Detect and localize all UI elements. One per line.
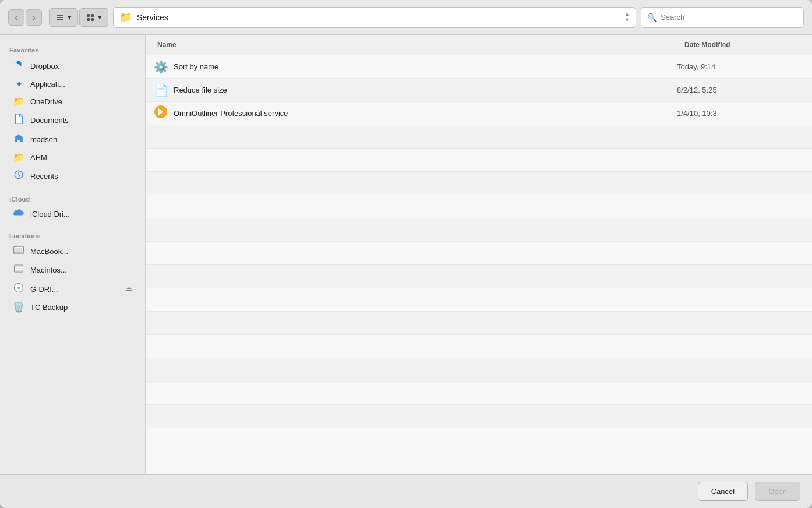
sort-by-name-date: Today, 9:14 bbox=[677, 62, 805, 71]
grid-view-chevron: ▾ bbox=[98, 13, 102, 22]
file-row-reduce-file-size[interactable]: 📄 Reduce file size 8/2/12, 5:25 bbox=[146, 79, 812, 102]
grid-view-icon bbox=[86, 13, 95, 22]
file-list-header: Name Date Modified bbox=[146, 35, 812, 55]
file-row-empty-4 bbox=[146, 195, 812, 218]
file-row-empty-9 bbox=[146, 312, 812, 335]
svg-point-18 bbox=[17, 287, 20, 290]
svg-rect-11 bbox=[17, 253, 21, 253]
file-row-sort-by-name[interactable]: ⚙️ Sort by name Today, 9:14 bbox=[146, 55, 812, 79]
path-label: Services bbox=[137, 13, 620, 22]
sidebar-item-madsen-label: madsen bbox=[30, 135, 57, 144]
sidebar-item-recents-label: Recents bbox=[30, 172, 58, 181]
favorites-header: Favorites bbox=[0, 42, 145, 56]
list-view-button[interactable]: ▾ bbox=[49, 8, 78, 27]
svg-rect-1 bbox=[57, 17, 63, 18]
documents-icon bbox=[13, 114, 24, 126]
home-icon bbox=[13, 133, 24, 146]
file-row-omnioutliner[interactable]: OmniOutliner Professional.service 1/4/10… bbox=[146, 102, 812, 125]
applications-icon: ✦ bbox=[13, 79, 24, 90]
svg-rect-2 bbox=[57, 19, 63, 20]
sidebar-item-dropbox[interactable]: Dropbox bbox=[3, 57, 142, 75]
file-row-name: OmniOutliner Professional.service bbox=[153, 105, 677, 122]
nav-buttons: ‹ › bbox=[8, 9, 42, 26]
sidebar-item-tc-backup-label: TC Backup bbox=[30, 303, 68, 312]
svg-point-20 bbox=[159, 110, 163, 114]
svg-rect-0 bbox=[57, 15, 63, 16]
sort-by-name-label: Sort by name bbox=[174, 62, 218, 71]
file-row-empty-2 bbox=[146, 149, 812, 172]
macintosh-icon bbox=[13, 263, 24, 276]
reduce-file-size-icon: 📄 bbox=[153, 83, 169, 97]
grid-view-button[interactable]: ▾ bbox=[79, 8, 108, 27]
sidebar-item-documents[interactable]: Documents bbox=[3, 111, 142, 129]
sidebar-item-icloud-drive[interactable]: iCloud Dri... bbox=[3, 206, 142, 222]
file-row-empty-1 bbox=[146, 125, 812, 149]
search-input[interactable] bbox=[661, 13, 797, 22]
sidebar-item-ahm[interactable]: 📁 AHM bbox=[3, 149, 142, 166]
search-bar: 🔍 bbox=[641, 7, 804, 28]
icloud-icon bbox=[13, 209, 24, 219]
dropbox-icon bbox=[13, 59, 24, 72]
ahm-folder-icon: 📁 bbox=[13, 152, 24, 163]
sidebar-item-macbook[interactable]: MacBook... bbox=[3, 242, 142, 260]
col-date-header: Date Modified bbox=[677, 35, 805, 55]
list-view-chevron: ▾ bbox=[68, 13, 72, 22]
svg-rect-5 bbox=[87, 18, 90, 21]
sidebar-item-onedrive-label: OneDrive bbox=[30, 97, 62, 106]
macbook-icon bbox=[13, 245, 24, 257]
reduce-file-size-label: Reduce file size bbox=[174, 86, 227, 94]
file-row-empty-6 bbox=[146, 242, 812, 265]
file-row-empty-3 bbox=[146, 172, 812, 195]
sort-by-name-icon: ⚙️ bbox=[153, 60, 169, 74]
sidebar-item-macbook-label: MacBook... bbox=[30, 247, 68, 256]
omnioutliner-date: 1/4/10, 10:3 bbox=[677, 109, 805, 118]
file-row-name: 📄 Reduce file size bbox=[153, 83, 677, 97]
cancel-button[interactable]: Cancel bbox=[698, 482, 748, 501]
svg-rect-6 bbox=[91, 18, 94, 21]
svg-rect-3 bbox=[87, 14, 90, 17]
omnioutliner-label: OmniOutliner Professional.service bbox=[174, 109, 288, 118]
path-arrows: ▲ ▼ bbox=[624, 12, 630, 23]
sidebar-item-dropbox-label: Dropbox bbox=[30, 62, 59, 70]
sidebar-item-tc-backup[interactable]: 🗑️ TC Backup bbox=[3, 299, 142, 316]
sidebar-item-recents[interactable]: Recents bbox=[3, 167, 142, 185]
sidebar-item-applications-label: Applicati... bbox=[30, 80, 65, 89]
file-row-empty-12 bbox=[146, 382, 812, 405]
svg-rect-9 bbox=[15, 248, 22, 252]
search-icon: 🔍 bbox=[647, 13, 657, 22]
open-button[interactable]: Open bbox=[755, 482, 800, 501]
file-row-name: ⚙️ Sort by name bbox=[153, 60, 677, 74]
sidebar-item-madsen[interactable]: madsen bbox=[3, 130, 142, 149]
file-row-empty-13 bbox=[146, 405, 812, 428]
backup-icon: 🗑️ bbox=[13, 302, 24, 313]
file-row-empty-5 bbox=[146, 218, 812, 242]
sidebar-item-gdrive-label: G-DRI... bbox=[30, 285, 58, 294]
svg-point-16 bbox=[22, 266, 23, 267]
view-toggle: ▾ ▾ bbox=[49, 8, 108, 27]
locations-header: Locations bbox=[0, 228, 145, 242]
sidebar-item-onedrive[interactable]: 📁 OneDrive bbox=[3, 93, 142, 110]
sidebar-item-documents-label: Documents bbox=[30, 116, 69, 125]
main-content: Favorites Dropbox ✦ Applicati... 📁 OneDr… bbox=[0, 35, 812, 474]
file-row-empty-8 bbox=[146, 288, 812, 312]
reduce-file-size-date: 8/2/12, 5:25 bbox=[677, 86, 805, 94]
bottom-bar: Cancel Open bbox=[0, 474, 812, 508]
sidebar-item-applications[interactable]: ✦ Applicati... bbox=[3, 76, 142, 93]
sidebar: Favorites Dropbox ✦ Applicati... 📁 OneDr… bbox=[0, 35, 146, 474]
sidebar-item-macintosh[interactable]: Macintos... bbox=[3, 260, 142, 279]
file-row-empty-7 bbox=[146, 265, 812, 288]
eject-icon[interactable]: ⏏ bbox=[126, 285, 132, 293]
forward-button[interactable]: › bbox=[26, 9, 42, 26]
sidebar-item-gdrive[interactable]: G-DRI... ⏏ bbox=[3, 280, 142, 298]
file-row-empty-10 bbox=[146, 335, 812, 358]
back-button[interactable]: ‹ bbox=[8, 9, 24, 26]
toolbar: ‹ › ▾ ▾ 📁 bbox=[0, 0, 812, 35]
sidebar-item-macintosh-label: Macintos... bbox=[30, 266, 67, 274]
col-name-header: Name bbox=[153, 35, 677, 55]
path-folder-icon: 📁 bbox=[119, 11, 132, 24]
sidebar-item-ahm-label: AHM bbox=[30, 153, 47, 162]
svg-rect-4 bbox=[91, 14, 94, 17]
path-bar[interactable]: 📁 Services ▲ ▼ bbox=[113, 7, 636, 28]
icloud-header: iCloud bbox=[0, 191, 145, 205]
file-row-empty-14 bbox=[146, 428, 812, 451]
